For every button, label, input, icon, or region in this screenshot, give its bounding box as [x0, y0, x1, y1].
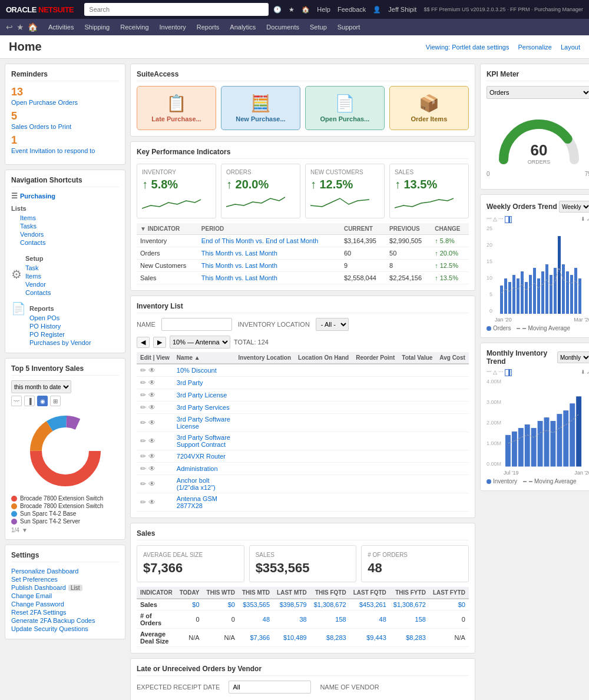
monthly-expand-icon[interactable]: ⤢	[587, 369, 589, 376]
kpi-cell-sales-period[interactable]: This Month vs. Last Month	[201, 274, 277, 281]
view-icon[interactable]: 👁	[148, 498, 155, 506]
inv-name-link[interactable]: 7204VXR Router	[177, 453, 226, 460]
feedback-link[interactable]: Feedback	[337, 6, 366, 13]
reminder-event-link[interactable]: Event Invitation to respond to	[11, 147, 95, 154]
area-icon[interactable]: △	[493, 216, 497, 223]
settings-security-questions[interactable]: Update Security Questions	[11, 625, 119, 633]
nav-po-register[interactable]: PO Register	[29, 330, 91, 339]
edit-icon[interactable]: ✏	[140, 366, 146, 374]
edit-icon[interactable]: ✏	[140, 498, 146, 506]
view-icon[interactable]: 👁	[148, 480, 155, 488]
inv-name-link[interactable]: 3rd Party Software License	[177, 416, 230, 430]
settings-personalize[interactable]: Personalize Dashboard	[11, 567, 119, 575]
monthly-bar-active-icon[interactable]: ▐	[505, 369, 512, 376]
inv-name-link[interactable]: 3rd Party License	[177, 392, 227, 399]
nav-setup-task[interactable]: Task	[25, 264, 51, 272]
kpi-cell-cust-period[interactable]: This Month vs. Last Month	[201, 262, 277, 269]
view-icon[interactable]: 👁	[148, 452, 155, 460]
search-input[interactable]	[84, 3, 269, 16]
settings-change-email[interactable]: Change Email	[11, 592, 119, 600]
edit-icon[interactable]: ✏	[140, 437, 146, 445]
suite-card-order-items[interactable]: 📦 Order Items	[389, 86, 469, 130]
settings-backup-codes[interactable]: Generate 2FA Backup Codes	[11, 616, 119, 625]
inv-prev-btn[interactable]: ◀	[137, 337, 150, 348]
nav-tasks[interactable]: Tasks	[20, 222, 119, 230]
edit-icon[interactable]: ✏	[140, 379, 146, 387]
view-icon[interactable]: 👁	[148, 379, 155, 387]
nav-setup-contacts[interactable]: Contacts	[25, 288, 51, 297]
nav-inventory[interactable]: Inventory	[155, 21, 191, 33]
nav-activities[interactable]: Activities	[44, 21, 78, 33]
inv-name-link[interactable]: 3rd Party Services	[177, 404, 230, 411]
edit-icon[interactable]: ✏	[140, 480, 146, 488]
layout-link[interactable]: Layout	[561, 44, 580, 51]
download-icon[interactable]: ⬇	[581, 216, 585, 223]
edit-icon[interactable]: ✏	[140, 465, 146, 473]
nav-receiving[interactable]: Receiving	[115, 21, 153, 33]
nav-shipping[interactable]: Shipping	[80, 21, 114, 33]
receipt-date-input[interactable]	[229, 681, 311, 694]
reminder-so-link[interactable]: Sales Orders to Print	[11, 123, 71, 130]
settings-preferences[interactable]: Set Preferences	[11, 575, 119, 583]
settings-reset-2fa[interactable]: Reset 2FA Settings	[11, 608, 119, 616]
suite-card-late-purchase[interactable]: 📋 Late Purchase...	[137, 86, 216, 130]
kpi-cell-inv-period[interactable]: End of This Month vs. End of Last Month	[201, 237, 319, 244]
view-icon[interactable]: 👁	[148, 465, 155, 473]
nav-documents[interactable]: Documents	[262, 21, 304, 33]
suite-card-new-purchase[interactable]: 🧮 New Purchase...	[221, 86, 300, 130]
expand-icon[interactable]: ⤢	[587, 216, 589, 223]
nav-setup-items[interactable]: Items	[25, 272, 51, 280]
monthly-scatter-icon[interactable]: ⋯	[498, 369, 504, 376]
edit-icon[interactable]: ✏	[140, 452, 146, 460]
edit-icon[interactable]: ✏	[140, 403, 146, 412]
settings-publish[interactable]: Publish Dashboard	[11, 583, 66, 592]
top5-period-select[interactable]: this month to date	[11, 380, 71, 393]
inv-name-link[interactable]: 3rd Party Software Support Contract	[177, 434, 230, 448]
bookmark-icon[interactable]: ★	[16, 22, 24, 32]
back-icon[interactable]: ↩	[6, 22, 13, 32]
viewing-link[interactable]: Viewing: Portlet date settings	[426, 44, 509, 51]
view-icon[interactable]: 👁	[148, 366, 155, 374]
edit-icon[interactable]: ✏	[140, 391, 146, 399]
nav-analytics[interactable]: Analytics	[225, 21, 260, 33]
inv-location-select[interactable]: - All -	[316, 318, 349, 331]
nav-setup[interactable]: Setup	[305, 21, 332, 33]
edit-icon[interactable]: ✏	[140, 419, 146, 427]
nav-items[interactable]: Items	[20, 214, 119, 222]
name-input[interactable]	[161, 318, 232, 331]
line-icon[interactable]: 〰	[487, 216, 492, 223]
nav-vendors[interactable]: Vendors	[20, 230, 119, 238]
inv-name-link[interactable]: 10% Discount	[177, 367, 217, 374]
table-icon[interactable]: ⊞	[50, 396, 61, 406]
view-icon[interactable]: 👁	[148, 391, 155, 399]
inv-range-select[interactable]: 10% — Antenna	[170, 336, 230, 349]
nav-open-pos[interactable]: Open POs	[29, 314, 91, 322]
bar-chart-icon[interactable]: ▐	[24, 396, 35, 406]
nav-purchases-by-vendor[interactable]: Purchases by Vendor	[29, 339, 91, 347]
kpi-cell-ord-period[interactable]: This Month vs. Last Month	[201, 250, 277, 257]
help-link[interactable]: Help	[317, 6, 330, 13]
reminder-po-link[interactable]: Open Purchase Orders	[11, 99, 78, 106]
monthly-line-icon[interactable]: 〰	[487, 369, 492, 376]
monthly-trend-select[interactable]: Monthly	[557, 351, 589, 363]
inv-name-link[interactable]: Administration	[177, 465, 218, 472]
scatter-icon[interactable]: ⋯	[498, 216, 504, 223]
personalize-link[interactable]: Personalize	[518, 44, 551, 51]
settings-change-password[interactable]: Change Password	[11, 600, 119, 608]
search-bar[interactable]	[84, 3, 269, 16]
suite-card-open-purchase[interactable]: 📄 Open Purchas...	[305, 86, 385, 130]
inv-name-link[interactable]: Anchor bolt (1/2"dia x12")	[177, 477, 216, 491]
line-chart-icon[interactable]: 〰	[11, 396, 22, 406]
nav-reports[interactable]: Reports	[192, 21, 224, 33]
home-nav-icon[interactable]: 🏠	[28, 22, 38, 32]
view-icon[interactable]: 👁	[148, 403, 155, 412]
monthly-area-icon[interactable]: △	[493, 369, 497, 376]
nav-po-history[interactable]: PO History	[29, 322, 91, 330]
bar-active-icon[interactable]: ▐	[505, 216, 512, 223]
weekly-trend-select[interactable]: Weekly	[559, 201, 589, 213]
nav-support[interactable]: Support	[333, 21, 365, 33]
page-down-icon[interactable]: ▼	[22, 527, 28, 533]
kpi-meter-select[interactable]: Orders	[487, 86, 589, 99]
nav-contacts[interactable]: Contacts	[20, 238, 119, 247]
inv-next-btn[interactable]: ▶	[153, 337, 166, 348]
